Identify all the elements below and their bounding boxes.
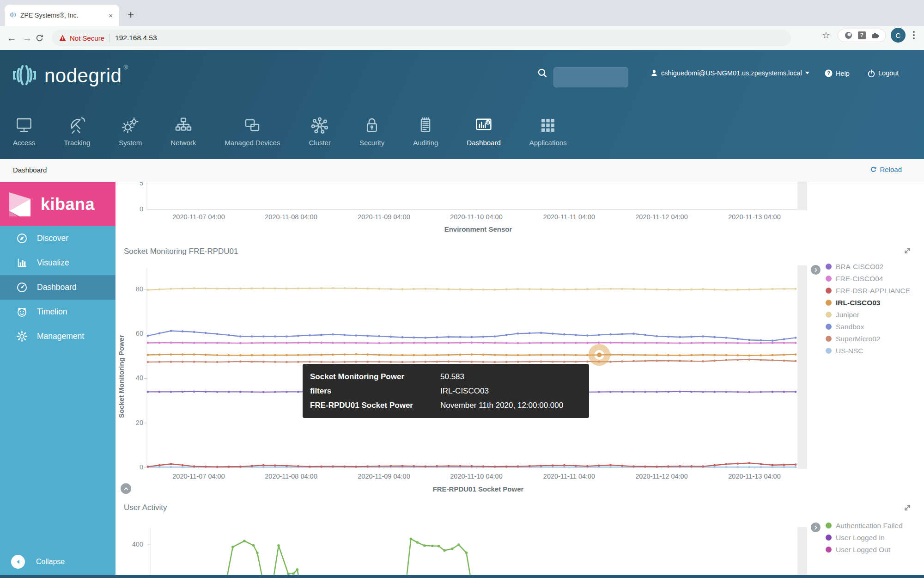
sidebar-item-label: Timelion: [37, 307, 67, 317]
not-secure-label[interactable]: Not Secure: [70, 34, 104, 42]
nav-item-applications[interactable]: Applications: [529, 116, 567, 147]
expand-panel-icon[interactable]: [904, 247, 911, 254]
nav-item-network[interactable]: Network: [170, 116, 196, 147]
user-activity-chart[interactable]: [116, 527, 808, 578]
legend-toggle-icon[interactable]: [811, 523, 821, 532]
legend-dot-icon: [826, 264, 832, 270]
nav-item-dashboard[interactable]: Dashboard: [467, 116, 500, 147]
nodegrid-logo-icon: [11, 63, 38, 89]
url-text[interactable]: 192.168.4.53: [115, 34, 157, 42]
browser-tab[interactable]: ZPE Systems®, Inc. ×: [5, 5, 119, 26]
satellite-icon: [67, 116, 87, 135]
legend-item-sandbox[interactable]: Sandbox: [826, 322, 910, 331]
refresh-icon[interactable]: [35, 34, 51, 43]
legend-item-fre-dsr-appliance[interactable]: FRE-DSR-APPLIANCE: [826, 286, 910, 295]
legend-label: User Logged In: [836, 534, 885, 542]
legend-dot-icon: [826, 336, 832, 342]
legend-item-bra-cisco02[interactable]: BRA-CISCO02: [826, 262, 910, 271]
nav-item-system[interactable]: System: [119, 116, 142, 147]
legend-label: IRL-CISCO03: [836, 299, 880, 307]
environment-sensor-chart[interactable]: [116, 182, 808, 210]
back-icon[interactable]: ←: [4, 33, 19, 43]
sidebar-item-timelion[interactable]: Timelion: [0, 300, 116, 324]
reload-icon: [870, 166, 877, 173]
expand-panel-icon[interactable]: [904, 504, 911, 511]
env-x-tick-label: 2020-11-07 04:00: [159, 213, 238, 221]
nav-item-label: Tracking: [64, 139, 90, 147]
legend-item-user-logged-in[interactable]: User Logged In: [826, 533, 903, 542]
legend-item-fre-cisco04[interactable]: FRE-CISCO04: [826, 274, 910, 283]
legend-dot-icon: [826, 348, 832, 354]
sidebar-collapse-button[interactable]: Collapse: [0, 550, 116, 573]
user-icon: [650, 69, 658, 77]
nav-item-security[interactable]: Security: [359, 116, 384, 147]
forward-icon[interactable]: →: [19, 33, 35, 43]
legend-item-authentication-failed[interactable]: Authentication Failed: [826, 521, 903, 530]
reload-button[interactable]: Reload: [870, 166, 902, 173]
new-tab-button[interactable]: +: [124, 8, 138, 21]
legend-item-irl-cisco03[interactable]: IRL-CISCO03: [826, 298, 910, 307]
socket-x-tick-label: 2020-11-08 04:00: [252, 473, 330, 480]
collapse-panel-icon[interactable]: [121, 483, 131, 494]
env-x-tick-label: 2020-11-13 04:00: [715, 213, 794, 221]
legend-dot-icon: [826, 276, 832, 282]
nav-item-tracking[interactable]: Tracking: [64, 116, 90, 147]
nodegrid-logo: nodegrid ®: [11, 63, 128, 89]
puzzle-extensions-icon[interactable]: [871, 31, 879, 39]
socket-x-tick-label: 2020-11-13 04:00: [715, 473, 794, 480]
sidebar-item-dashboard[interactable]: Dashboard: [0, 275, 116, 300]
socket-x-tick-label: 2020-11-10 04:00: [437, 473, 516, 480]
compass-icon: [16, 232, 28, 245]
panel-scrollbar[interactable]: [797, 182, 807, 210]
tab-close-icon[interactable]: ×: [107, 12, 115, 19]
legend-dot-icon: [826, 300, 832, 306]
nav-item-cluster[interactable]: Cluster: [309, 116, 331, 147]
sidebar-item-visualize[interactable]: Visualize: [0, 251, 116, 275]
kibana-logo: kibana: [0, 182, 116, 226]
grid-icon: [538, 116, 558, 135]
search-icon[interactable]: [537, 68, 547, 78]
extension-circle-icon[interactable]: [845, 31, 852, 39]
sidebar-item-management[interactable]: Management: [0, 324, 116, 349]
legend-label: US-NSC: [836, 347, 863, 355]
legend-dot-icon: [826, 523, 832, 529]
extension-question-icon[interactable]: ?: [858, 31, 866, 39]
legend-label: BRA-CISCO02: [836, 263, 883, 271]
help-button[interactable]: ? Help: [825, 69, 850, 77]
legend-toggle-icon[interactable]: [811, 265, 821, 275]
nav-item-label: Auditing: [413, 139, 438, 147]
legend-item-us-nsc[interactable]: US-NSC: [826, 346, 910, 355]
tooltip-row: filtersIRL-CISCO03: [310, 384, 582, 398]
socket-axis-title: FRE-RPDU01 Socket Power: [386, 485, 571, 493]
browser-menu-icon[interactable]: [910, 31, 918, 39]
registered-mark: ®: [123, 64, 128, 71]
legend-item-supermicro02[interactable]: SuperMicro02: [826, 334, 910, 343]
tooltip-value: IRL-CISCO03: [440, 384, 582, 398]
search-input[interactable]: [553, 67, 628, 87]
legend-item-juniper[interactable]: Juniper: [826, 310, 910, 319]
site-favicon-icon: [9, 12, 17, 19]
account-menu[interactable]: cshiguedomi@US-NGM01.us.zpesystems.local: [650, 69, 809, 77]
browser-avatar[interactable]: C: [891, 28, 906, 43]
env-x-tick-label: 2020-11-12 04:00: [622, 213, 701, 221]
url-divider: [109, 34, 109, 42]
logout-button[interactable]: Logout: [868, 69, 899, 77]
nav-item-label: Access: [13, 139, 35, 147]
breadcrumb: Dashboard: [13, 166, 47, 174]
bookmark-star-icon[interactable]: ☆: [822, 30, 830, 41]
panel-scrollbar[interactable]: [797, 265, 807, 469]
nav-item-managed-devices[interactable]: Managed Devices: [225, 116, 280, 147]
url-bar[interactable]: Not Secure 192.168.4.53: [52, 30, 791, 46]
sidebar-item-label: Discover: [37, 234, 68, 243]
legend-dot-icon: [826, 535, 832, 541]
sidebar-item-discover[interactable]: Discover: [0, 226, 116, 251]
question-circle-icon: ?: [825, 69, 833, 77]
nav-item-auditing[interactable]: Auditing: [413, 116, 438, 147]
legend-dot-icon: [826, 288, 832, 294]
nav-item-access[interactable]: Access: [13, 116, 35, 147]
nav-item-label: Network: [170, 139, 196, 147]
legend-item-user-logged-out[interactable]: User Logged Out: [826, 545, 903, 554]
tooltip-label: Socket Monitoring Power: [310, 369, 440, 384]
legend-label: User Logged Out: [836, 546, 890, 554]
legend-label: FRE-CISCO04: [836, 275, 883, 283]
